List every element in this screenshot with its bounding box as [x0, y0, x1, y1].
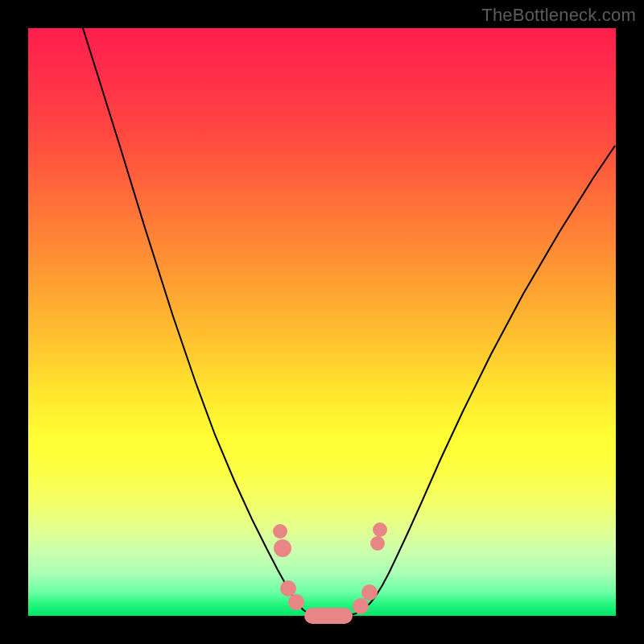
- curve-marker: [273, 524, 287, 539]
- curve-marker: [288, 594, 304, 610]
- bottleneck-curve-path: [83, 28, 615, 616]
- watermark-text: TheBottleneck.com: [481, 5, 636, 26]
- curve-svg: [28, 28, 616, 616]
- chart-frame: TheBottleneck.com: [0, 0, 644, 644]
- curve-marker: [353, 598, 369, 614]
- curve-marker: [304, 608, 353, 624]
- curve-marker: [280, 580, 296, 597]
- curve-marker: [274, 539, 291, 557]
- curve-marker: [361, 584, 378, 601]
- curve-marker: [373, 522, 387, 537]
- plot-area: [28, 28, 616, 616]
- curve-marker: [370, 536, 385, 551]
